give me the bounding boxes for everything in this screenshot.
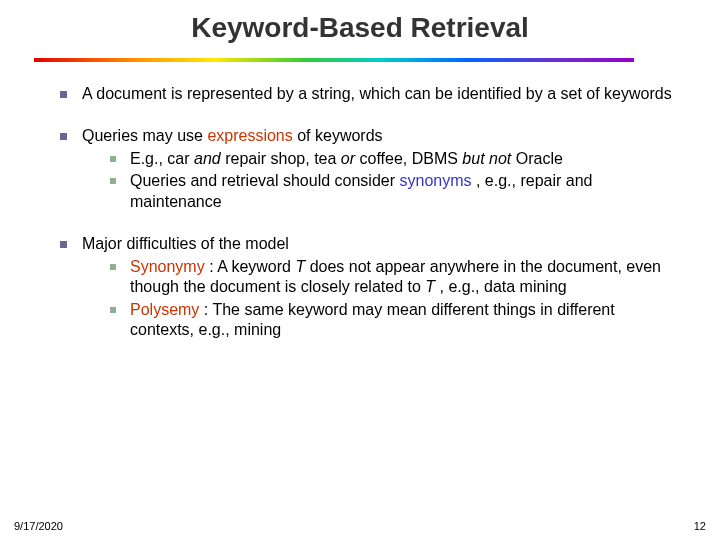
sub-bullet-list: E.g., car and repair shop, tea or coffee…: [82, 149, 676, 212]
footer-date: 9/17/2020: [14, 520, 63, 532]
text-italic: but not: [462, 150, 511, 167]
sub-bullet-item: Polysemy : The same keyword may mean dif…: [110, 300, 676, 341]
bullet-item-3: Major difficulties of the model Synonymy…: [60, 234, 676, 340]
text: Major difficulties of the model: [82, 235, 289, 252]
text: Oracle: [516, 150, 563, 167]
bullet-item-1: A document is represented by a string, w…: [60, 84, 676, 104]
text-emph: synonyms: [399, 172, 471, 189]
text: coffee, DBMS: [360, 150, 463, 167]
bullet-list: A document is represented by a string, w…: [60, 84, 676, 341]
text: repair shop, tea: [225, 150, 341, 167]
slide-body: A document is represented by a string, w…: [0, 62, 720, 341]
text: , e.g., data mining: [440, 278, 567, 295]
text-emph: expressions: [207, 127, 292, 144]
sub-bullet-item: E.g., car and repair shop, tea or coffee…: [110, 149, 676, 169]
text: Queries may use: [82, 127, 207, 144]
sub-bullet-list: Synonymy : A keyword T does not appear a…: [82, 257, 676, 341]
text-italic: T: [425, 278, 435, 295]
slide-footer: 9/17/2020 12: [14, 520, 706, 532]
text-italic: or: [341, 150, 355, 167]
text: E.g., car: [130, 150, 194, 167]
footer-page-number: 12: [694, 520, 706, 532]
sub-bullet-item: Synonymy : A keyword T does not appear a…: [110, 257, 676, 298]
text-italic: and: [194, 150, 221, 167]
text-emph: Synonymy: [130, 258, 205, 275]
slide-title: Keyword-Based Retrieval: [0, 0, 720, 58]
sub-bullet-item: Queries and retrieval should consider sy…: [110, 171, 676, 212]
text-emph: Polysemy: [130, 301, 199, 318]
text: Queries and retrieval should consider: [130, 172, 399, 189]
text: : A keyword: [209, 258, 295, 275]
text: : The same keyword may mean different th…: [130, 301, 615, 338]
bullet-item-2: Queries may use expressions of keywords …: [60, 126, 676, 212]
text-italic: T: [295, 258, 305, 275]
text: of keywords: [297, 127, 382, 144]
slide: Keyword-Based Retrieval A document is re…: [0, 0, 720, 540]
text: A document is represented by a string, w…: [82, 85, 672, 102]
